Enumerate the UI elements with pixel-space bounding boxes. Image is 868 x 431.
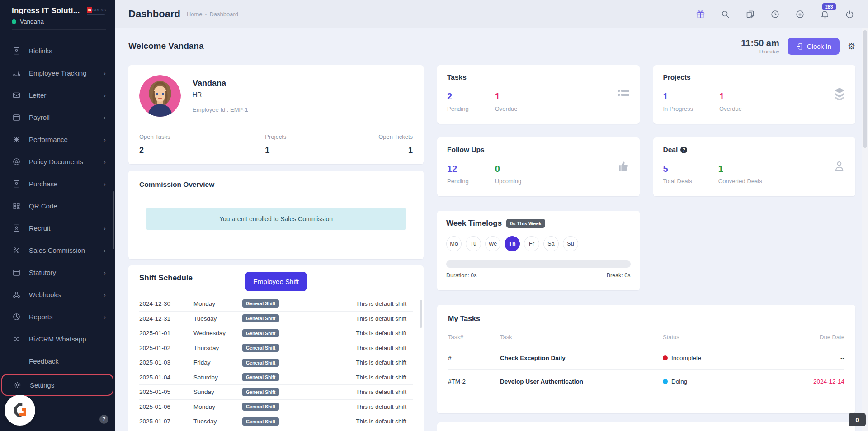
shift-note: This is default shift: [315, 374, 413, 381]
link-icon: [12, 335, 21, 344]
dashboard-content: Welcome Vandana 11:50 am Thursday Clock …: [115, 28, 868, 431]
left-column: Vandana HR Employee Id : EMP-1 Open Task…: [128, 65, 424, 431]
bell-icon[interactable]: 283: [820, 9, 830, 19]
clock-in-button[interactable]: Clock In: [788, 38, 840, 55]
task-row[interactable]: # Check Exception Daily Incomplete --: [448, 346, 844, 369]
task-id: #TM-2: [448, 378, 500, 385]
chevron-right-icon: ›: [104, 291, 106, 298]
sidebar-item-performance[interactable]: Performance ›: [0, 128, 115, 151]
sidebar-item-policy-documents[interactable]: Policy Documents ›: [0, 151, 115, 173]
shift-badge: General Shift: [242, 388, 279, 396]
sidebar-item-label: Reports: [29, 313, 104, 321]
task-row[interactable]: #TM-2 Develop User Authentication Doing …: [448, 369, 844, 393]
sidebar-item-label: Feedback: [29, 357, 106, 365]
day-we[interactable]: We: [485, 236, 500, 251]
shift-row: 2025-01-06 Monday General Shift This is …: [139, 399, 413, 414]
sidebar-item-label: Employee Tracking: [29, 69, 104, 77]
timelog-break: Break: 0s: [607, 272, 631, 279]
follow-ups-card: Follow Ups 12 Pending 0: [437, 137, 640, 196]
sidebar-scrollbar[interactable]: [113, 191, 114, 249]
day-sa[interactable]: Sa: [543, 236, 559, 251]
shift-date: 2025-01-01: [139, 330, 193, 336]
pie-icon: [12, 313, 21, 322]
shift-schedule-card: Shift Schedule Employee Shift 2024-12-30…: [128, 265, 424, 431]
sidebar-item-bizcrm-whatsapp[interactable]: BizCRM Whatsapp: [0, 328, 115, 350]
thumbs-up-icon: [618, 160, 630, 174]
gift-icon[interactable]: [695, 9, 705, 19]
shift-row: 2025-01-01 Wednesday General Shift This …: [139, 326, 413, 341]
chevron-right-icon: ›: [104, 225, 106, 232]
dashboard-settings-gear-icon[interactable]: ⚙: [848, 41, 855, 52]
power-icon[interactable]: [844, 9, 854, 19]
person-icon: [833, 160, 845, 174]
commission-alert: You aren't enrolled to Sales Commission: [146, 208, 406, 230]
chevron-right-icon: ›: [104, 136, 106, 143]
deal-help-icon[interactable]: ?: [680, 147, 687, 153]
sidebar-item-qr-code[interactable]: QR Code: [0, 195, 115, 217]
commission-overview-card: Commission Overview You aren't enrolled …: [128, 171, 424, 259]
shift-date: 2025-01-06: [139, 403, 193, 410]
id-card-icon: [12, 47, 21, 56]
bizcrm-logo[interactable]: [5, 395, 35, 426]
task-status: Incomplete: [663, 355, 777, 361]
sidebar-item-recruit[interactable]: Recruit ›: [0, 217, 115, 239]
notes-icon[interactable]: [745, 9, 755, 19]
stat-open-tasks: Open Tasks 2: [139, 133, 265, 155]
help-icon[interactable]: ?: [99, 415, 108, 424]
shift-day: Tuesday: [193, 418, 242, 425]
shift-note: This is default shift: [315, 359, 413, 366]
shift-note: This is default shift: [315, 345, 413, 351]
sidebar-item-sales-commission[interactable]: Sales Commission ›: [0, 239, 115, 261]
shift-date: 2024-12-31: [139, 315, 193, 322]
shift-day: Wednesday: [193, 330, 242, 336]
shift-badge: General Shift: [242, 403, 279, 411]
day-su[interactable]: Su: [563, 236, 578, 251]
sidebar-item-feedback[interactable]: Feedback: [0, 350, 115, 372]
current-day: Thursday: [741, 49, 779, 54]
plus-circle-icon[interactable]: [795, 9, 805, 19]
sidebar-item-settings[interactable]: Settings: [1, 374, 113, 396]
task-name: Develop User Authentication: [500, 378, 663, 385]
topbar: Dashboard Home • Dashboard: [115, 0, 868, 28]
chat-count-badge[interactable]: 0: [849, 413, 866, 426]
tasks-card: Tasks 2 Pending 1: [437, 65, 640, 124]
day-mo[interactable]: Mo: [446, 236, 462, 251]
profile-role: HR: [193, 91, 248, 98]
sidebar-item-label: Biolinks: [29, 47, 106, 55]
sidebar-item-reports[interactable]: Reports ›: [0, 306, 115, 328]
day-fr[interactable]: Fr: [524, 236, 539, 251]
sidebar-item-biolinks[interactable]: Biolinks: [0, 40, 115, 62]
bizcrm-logo-mark: [10, 400, 30, 420]
metric-overdue: 1 Overdue: [495, 91, 518, 112]
page-scrollbar[interactable]: [862, 28, 868, 431]
task-id: #: [448, 355, 500, 361]
chevron-right-icon: ›: [104, 158, 106, 165]
calendar-icon: [12, 113, 21, 122]
metric-value: 1: [663, 91, 693, 102]
sidebar-item-employee-tracking[interactable]: Employee Tracking ›: [0, 62, 115, 84]
search-icon[interactable]: [720, 9, 730, 19]
sidebar-item-purchase[interactable]: Purchase ›: [0, 173, 115, 195]
qr-icon: [12, 202, 21, 211]
sidebar-item-payroll[interactable]: Payroll ›: [0, 106, 115, 128]
shift-table-scrollbar[interactable]: [420, 300, 422, 328]
shift-badge: General Shift: [242, 314, 279, 322]
sidebar-item-webhooks[interactable]: Webhooks ›: [0, 284, 115, 306]
breadcrumb-separator: •: [205, 11, 207, 17]
shift-note: This is default shift: [315, 315, 413, 322]
employee-shift-button[interactable]: Employee Shift: [245, 272, 307, 291]
sidebar-item-letter[interactable]: Letter ›: [0, 84, 115, 106]
timelog-progress-bar: [446, 260, 631, 268]
metric-value: 1: [718, 164, 762, 174]
page-scrollbar-thumb[interactable]: [863, 30, 867, 148]
stat-label: Open Tickets: [378, 133, 413, 140]
day-tu[interactable]: Tu: [466, 236, 481, 251]
shift-day: Saturday: [193, 374, 242, 381]
column-status: Status: [663, 334, 777, 341]
shift-date: 2025-01-04: [139, 374, 193, 381]
sidebar-item-statutory[interactable]: Statutory ›: [0, 261, 115, 284]
breadcrumb-home[interactable]: Home: [187, 11, 203, 18]
day-th-selected[interactable]: Th: [505, 236, 520, 251]
clock-icon[interactable]: [770, 9, 780, 19]
task-status: Doing: [663, 378, 777, 385]
